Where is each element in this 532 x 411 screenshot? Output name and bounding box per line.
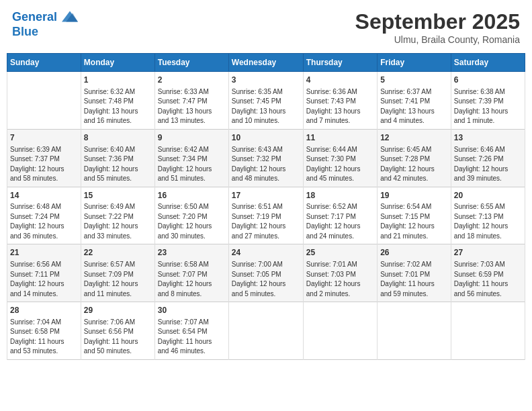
day-info: Sunrise: 7:00 AM Sunset: 7:05 PM Dayligh… [232, 260, 300, 299]
calendar-cell: 11Sunrise: 6:44 AM Sunset: 7:30 PM Dayli… [303, 129, 377, 187]
day-info: Sunrise: 7:03 AM Sunset: 6:59 PM Dayligh… [454, 260, 522, 299]
calendar-cell [378, 302, 451, 360]
week-row-2: 7Sunrise: 6:39 AM Sunset: 7:37 PM Daylig… [7, 129, 525, 187]
calendar-cell: 25Sunrise: 7:01 AM Sunset: 7:03 PM Dayli… [303, 244, 377, 302]
calendar-cell: 15Sunrise: 6:49 AM Sunset: 7:22 PM Dayli… [81, 187, 154, 244]
calendar-cell: 12Sunrise: 6:45 AM Sunset: 7:28 PM Dayli… [378, 129, 451, 187]
day-number: 3 [232, 75, 300, 86]
day-info: Sunrise: 7:07 AM Sunset: 6:54 PM Dayligh… [158, 318, 226, 357]
day-info: Sunrise: 6:49 AM Sunset: 7:22 PM Dayligh… [84, 202, 152, 241]
day-info: Sunrise: 6:56 AM Sunset: 7:11 PM Dayligh… [10, 260, 78, 299]
week-row-4: 21Sunrise: 6:56 AM Sunset: 7:11 PM Dayli… [7, 244, 525, 302]
logo: General Blue [12, 9, 78, 39]
calendar-cell: 14Sunrise: 6:48 AM Sunset: 7:24 PM Dayli… [7, 187, 81, 244]
day-info: Sunrise: 6:32 AM Sunset: 7:48 PM Dayligh… [84, 87, 152, 126]
calendar-cell: 6Sunrise: 6:38 AM Sunset: 7:39 PM Daylig… [451, 72, 525, 130]
day-info: Sunrise: 6:55 AM Sunset: 7:13 PM Dayligh… [454, 202, 522, 241]
day-number: 5 [380, 75, 448, 86]
day-number: 15 [84, 190, 152, 201]
calendar-cell: 26Sunrise: 7:02 AM Sunset: 7:01 PM Dayli… [378, 244, 451, 302]
day-header-wednesday: Wednesday [228, 54, 303, 72]
calendar-cell: 2Sunrise: 6:33 AM Sunset: 7:47 PM Daylig… [154, 72, 228, 130]
calendar-cell: 8Sunrise: 6:40 AM Sunset: 7:36 PM Daylig… [81, 129, 154, 187]
day-info: Sunrise: 6:35 AM Sunset: 7:45 PM Dayligh… [232, 87, 300, 126]
day-number: 23 [158, 247, 226, 259]
page-header: General Blue September 2025 Ulmu, Braila… [7, 7, 525, 48]
calendar-cell: 19Sunrise: 6:54 AM Sunset: 7:15 PM Dayli… [378, 187, 451, 244]
calendar-cell [228, 302, 303, 360]
day-number: 13 [454, 132, 522, 144]
day-info: Sunrise: 6:57 AM Sunset: 7:09 PM Dayligh… [84, 260, 152, 299]
week-row-5: 28Sunrise: 7:04 AM Sunset: 6:58 PM Dayli… [7, 302, 525, 360]
day-number: 30 [158, 305, 226, 316]
calendar-cell: 20Sunrise: 6:55 AM Sunset: 7:13 PM Dayli… [451, 187, 525, 244]
day-number: 12 [380, 132, 448, 144]
calendar-cell: 23Sunrise: 6:58 AM Sunset: 7:07 PM Dayli… [154, 244, 228, 302]
day-number: 14 [10, 190, 78, 201]
day-number: 29 [84, 305, 152, 316]
calendar-cell: 9Sunrise: 6:42 AM Sunset: 7:34 PM Daylig… [154, 129, 228, 187]
day-info: Sunrise: 7:01 AM Sunset: 7:03 PM Dayligh… [306, 260, 374, 299]
location: Ulmu, Braila County, Romania [355, 34, 520, 45]
day-number: 2 [158, 75, 226, 86]
day-header-thursday: Thursday [303, 54, 377, 72]
calendar-cell: 29Sunrise: 7:06 AM Sunset: 6:56 PM Dayli… [81, 302, 154, 360]
day-number: 8 [84, 132, 152, 144]
day-info: Sunrise: 6:45 AM Sunset: 7:28 PM Dayligh… [380, 145, 448, 184]
day-info: Sunrise: 6:43 AM Sunset: 7:32 PM Dayligh… [232, 145, 300, 184]
month-title: September 2025 [355, 9, 520, 34]
day-number: 4 [306, 75, 374, 86]
calendar-cell [7, 72, 81, 130]
calendar-cell: 30Sunrise: 7:07 AM Sunset: 6:54 PM Dayli… [154, 302, 228, 360]
calendar-cell: 24Sunrise: 7:00 AM Sunset: 7:05 PM Dayli… [228, 244, 303, 302]
calendar-cell: 17Sunrise: 6:51 AM Sunset: 7:19 PM Dayli… [228, 187, 303, 244]
day-number: 9 [158, 132, 226, 144]
calendar-cell: 7Sunrise: 6:39 AM Sunset: 7:37 PM Daylig… [7, 129, 81, 187]
title-block: September 2025 Ulmu, Braila County, Roma… [355, 9, 520, 45]
calendar-cell: 10Sunrise: 6:43 AM Sunset: 7:32 PM Dayli… [228, 129, 303, 187]
day-number: 24 [232, 247, 300, 259]
calendar-cell: 1Sunrise: 6:32 AM Sunset: 7:48 PM Daylig… [81, 72, 154, 130]
week-row-1: 1Sunrise: 6:32 AM Sunset: 7:48 PM Daylig… [7, 72, 525, 130]
day-number: 19 [380, 190, 448, 201]
logo-text: General [12, 9, 78, 26]
day-info: Sunrise: 6:36 AM Sunset: 7:43 PM Dayligh… [306, 87, 374, 126]
day-info: Sunrise: 6:42 AM Sunset: 7:34 PM Dayligh… [158, 145, 226, 184]
day-number: 22 [84, 247, 152, 259]
day-info: Sunrise: 6:33 AM Sunset: 7:47 PM Dayligh… [158, 87, 226, 126]
calendar-cell: 27Sunrise: 7:03 AM Sunset: 6:59 PM Dayli… [451, 244, 525, 302]
day-number: 20 [454, 190, 522, 201]
calendar-cell: 22Sunrise: 6:57 AM Sunset: 7:09 PM Dayli… [81, 244, 154, 302]
calendar-cell: 28Sunrise: 7:04 AM Sunset: 6:58 PM Dayli… [7, 302, 81, 360]
day-info: Sunrise: 6:46 AM Sunset: 7:26 PM Dayligh… [454, 145, 522, 184]
day-info: Sunrise: 6:48 AM Sunset: 7:24 PM Dayligh… [10, 202, 78, 241]
day-info: Sunrise: 6:52 AM Sunset: 7:17 PM Dayligh… [306, 202, 374, 241]
day-info: Sunrise: 7:04 AM Sunset: 6:58 PM Dayligh… [10, 318, 78, 357]
calendar-cell: 13Sunrise: 6:46 AM Sunset: 7:26 PM Dayli… [451, 129, 525, 187]
day-header-tuesday: Tuesday [154, 54, 228, 72]
day-info: Sunrise: 6:50 AM Sunset: 7:20 PM Dayligh… [158, 202, 226, 241]
day-number: 6 [454, 75, 522, 86]
day-info: Sunrise: 6:38 AM Sunset: 7:39 PM Dayligh… [454, 87, 522, 126]
calendar-cell: 3Sunrise: 6:35 AM Sunset: 7:45 PM Daylig… [228, 72, 303, 130]
day-number: 16 [158, 190, 226, 201]
day-info: Sunrise: 6:37 AM Sunset: 7:41 PM Dayligh… [380, 87, 448, 126]
calendar-table: SundayMondayTuesdayWednesdayThursdayFrid… [7, 53, 525, 360]
calendar-cell: 4Sunrise: 6:36 AM Sunset: 7:43 PM Daylig… [303, 72, 377, 130]
header-row: SundayMondayTuesdayWednesdayThursdayFrid… [7, 54, 525, 72]
day-info: Sunrise: 6:39 AM Sunset: 7:37 PM Dayligh… [10, 145, 78, 184]
day-info: Sunrise: 6:51 AM Sunset: 7:19 PM Dayligh… [232, 202, 300, 241]
day-header-friday: Friday [378, 54, 451, 72]
day-number: 7 [10, 132, 78, 144]
day-number: 18 [306, 190, 374, 201]
day-info: Sunrise: 6:54 AM Sunset: 7:15 PM Dayligh… [380, 202, 448, 241]
day-number: 28 [10, 305, 78, 316]
day-number: 17 [232, 190, 300, 201]
day-number: 26 [380, 247, 448, 259]
day-number: 27 [454, 247, 522, 259]
calendar-cell [451, 302, 525, 360]
day-number: 25 [306, 247, 374, 259]
day-info: Sunrise: 6:44 AM Sunset: 7:30 PM Dayligh… [306, 145, 374, 184]
day-number: 21 [10, 247, 78, 259]
calendar-cell: 16Sunrise: 6:50 AM Sunset: 7:20 PM Dayli… [154, 187, 228, 244]
